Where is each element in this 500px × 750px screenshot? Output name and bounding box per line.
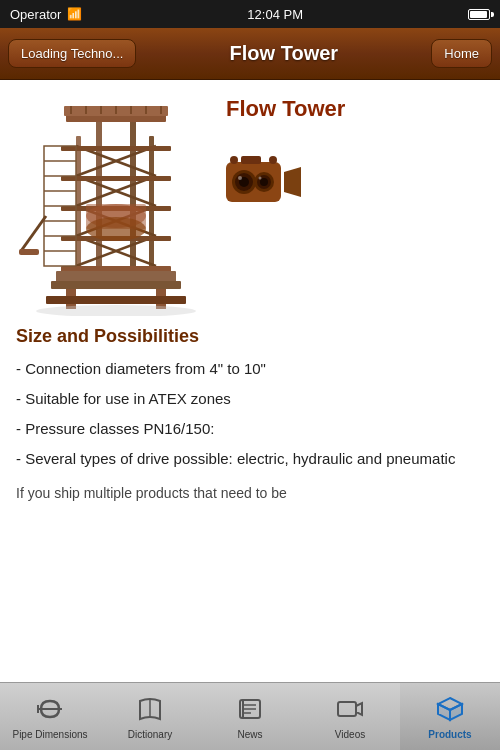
svg-point-56 — [269, 156, 277, 164]
main-content: Flow Tower — [0, 80, 500, 682]
back-button[interactable]: Loading Techno... — [8, 39, 136, 68]
svg-point-53 — [259, 177, 262, 180]
feature-item: - Several types of drive possible: elect… — [16, 447, 484, 471]
product-header: Flow Tower — [16, 96, 484, 316]
home-button[interactable]: Home — [431, 39, 492, 68]
time-label: 12:04 PM — [247, 7, 303, 22]
svg-marker-57 — [284, 167, 301, 197]
tab-pipe-dimensions[interactable]: Pipe Dimensions — [0, 683, 100, 750]
svg-rect-54 — [241, 156, 261, 164]
svg-point-49 — [238, 176, 242, 180]
svg-point-44 — [36, 305, 196, 316]
wifi-icon: 📶 — [67, 7, 82, 21]
product-info: Flow Tower — [216, 96, 484, 216]
svg-point-28 — [86, 217, 146, 241]
feature-item: - Suitable for use in ATEX zones — [16, 387, 484, 411]
svg-marker-66 — [356, 703, 362, 715]
status-left: Operator 📶 — [10, 7, 82, 22]
svg-rect-0 — [96, 116, 102, 286]
feature-item: - Connection diameters from 4" to 10" — [16, 357, 484, 381]
page-title: Flow Tower — [230, 42, 339, 65]
product-title: Flow Tower — [226, 96, 345, 122]
svg-point-52 — [260, 178, 268, 186]
tab-videos[interactable]: Videos — [300, 683, 400, 750]
svg-rect-1 — [130, 116, 136, 286]
tab-products[interactable]: Products — [400, 683, 500, 750]
svg-rect-38 — [19, 249, 39, 255]
tab-dictionary-label: Dictionary — [128, 729, 172, 740]
tab-products-label: Products — [428, 729, 471, 740]
svg-rect-40 — [51, 281, 181, 289]
section-title: Size and Possibilities — [16, 326, 484, 347]
news-icon — [236, 695, 264, 727]
svg-rect-43 — [46, 296, 186, 304]
svg-line-37 — [21, 216, 46, 251]
tab-news[interactable]: News — [200, 683, 300, 750]
features-list: - Connection diameters from 4" to 10"- S… — [16, 357, 484, 471]
preview-text: If you ship multiple products that need … — [16, 483, 484, 504]
dictionary-icon — [136, 695, 164, 727]
pipe-dimensions-icon — [36, 695, 64, 727]
video-icon[interactable] — [226, 152, 306, 216]
svg-rect-65 — [338, 702, 356, 716]
carrier-label: Operator — [10, 7, 61, 22]
product-image — [16, 96, 216, 316]
nav-bar: Loading Techno... Flow Tower Home — [0, 28, 500, 80]
tab-news-label: News — [237, 729, 262, 740]
svg-point-55 — [230, 156, 238, 164]
status-bar: Operator 📶 12:04 PM — [0, 0, 500, 28]
feature-item: - Pressure classes PN16/150: — [16, 417, 484, 441]
svg-rect-13 — [61, 146, 171, 151]
tab-bar: Pipe Dimensions Dictionary News — [0, 682, 500, 750]
products-icon — [436, 695, 464, 727]
svg-marker-71 — [450, 704, 462, 720]
svg-rect-14 — [61, 176, 171, 181]
svg-marker-72 — [438, 704, 450, 720]
tab-pipe-dimensions-label: Pipe Dimensions — [12, 729, 87, 740]
tab-videos-label: Videos — [335, 729, 365, 740]
tab-dictionary[interactable]: Dictionary — [100, 683, 200, 750]
videos-icon — [336, 695, 364, 727]
battery-icon — [468, 9, 490, 20]
